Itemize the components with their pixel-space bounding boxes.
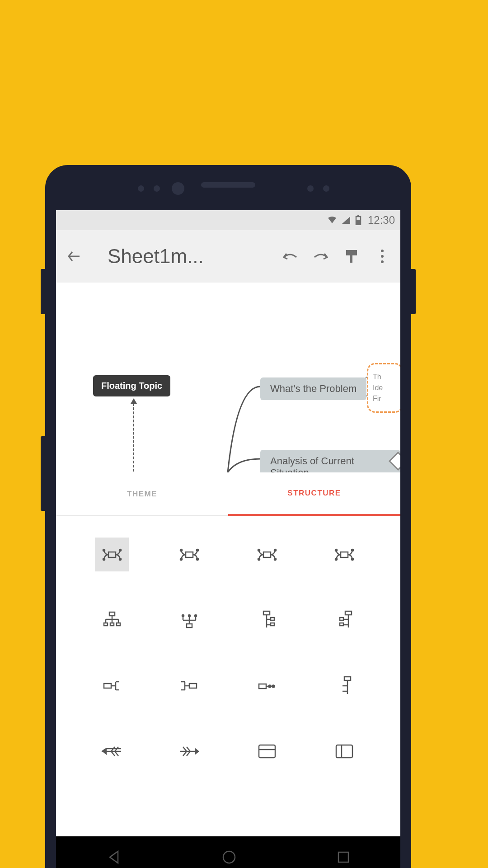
svg-rect-43	[189, 684, 197, 688]
svg-point-22	[274, 558, 276, 560]
structure-fishbone-left[interactable]	[95, 734, 129, 768]
svg-point-26	[352, 549, 353, 551]
summary-item: Th	[373, 373, 400, 381]
svg-point-7	[381, 260, 384, 263]
structure-logic-right-2[interactable]	[328, 603, 361, 637]
svg-rect-13	[186, 552, 193, 557]
svg-rect-3	[346, 250, 357, 255]
svg-point-19	[258, 549, 260, 551]
structure-org-up[interactable]	[173, 603, 206, 637]
svg-point-35	[195, 615, 197, 617]
svg-point-46	[272, 685, 274, 687]
svg-rect-40	[340, 618, 343, 620]
more-button[interactable]	[372, 246, 392, 266]
phone-frame: 12:30 Sheet1m...	[45, 165, 411, 868]
signal-icon	[342, 216, 351, 224]
mindmap-summary[interactable]: Th Ide Fir	[367, 363, 400, 413]
svg-point-21	[274, 549, 276, 551]
sensor-dot	[307, 185, 314, 192]
back-button[interactable]	[64, 246, 84, 266]
svg-rect-28	[109, 612, 115, 616]
tab-theme[interactable]: THEME	[56, 472, 228, 516]
svg-point-25	[335, 558, 337, 560]
svg-rect-37	[271, 618, 274, 620]
structure-logic-right-1[interactable]	[250, 603, 284, 637]
svg-point-27	[352, 558, 353, 560]
camera-dot	[172, 182, 184, 195]
svg-point-11	[119, 549, 121, 551]
svg-rect-8	[108, 552, 116, 557]
structure-spreadsheet[interactable]	[250, 734, 284, 768]
redo-button[interactable]	[311, 246, 331, 266]
mindmap-node[interactable]: Analysis of Current Situation	[260, 450, 400, 472]
structure-tree-right[interactable]	[250, 669, 284, 703]
structure-tree-left[interactable]	[173, 669, 206, 703]
structure-matrix[interactable]	[328, 734, 361, 768]
sensor-dot	[323, 185, 329, 192]
svg-rect-1	[356, 220, 361, 225]
status-bar: 12:30	[56, 210, 400, 230]
structure-fishbone-right[interactable]	[173, 734, 206, 768]
phone-button-right	[411, 269, 416, 314]
svg-point-15	[180, 558, 182, 560]
svg-point-20	[258, 558, 260, 560]
structure-logic-left[interactable]	[95, 669, 129, 703]
svg-point-24	[335, 549, 337, 551]
svg-point-17	[197, 558, 198, 560]
nav-back-button[interactable]	[106, 849, 122, 867]
svg-rect-51	[338, 852, 348, 862]
svg-point-10	[103, 558, 105, 560]
phone-speaker	[201, 182, 255, 188]
svg-rect-41	[340, 623, 343, 626]
svg-point-33	[182, 615, 184, 617]
floating-topic-node[interactable]: Floating Topic	[93, 375, 170, 396]
structure-logic-tree[interactable]	[328, 669, 361, 703]
svg-rect-49	[336, 745, 352, 758]
svg-point-45	[268, 685, 271, 687]
nav-home-button[interactable]	[221, 849, 237, 867]
app-bar: Sheet1m...	[56, 230, 400, 283]
svg-rect-29	[104, 623, 108, 626]
relationship-arrow	[133, 399, 134, 472]
svg-point-12	[119, 558, 121, 560]
structure-org-down[interactable]	[95, 603, 129, 637]
svg-rect-32	[187, 624, 192, 627]
svg-rect-39	[345, 611, 352, 615]
structure-map-radial[interactable]	[328, 538, 361, 571]
battery-icon	[355, 215, 361, 225]
svg-rect-44	[259, 684, 266, 689]
tab-structure[interactable]: STRUCTURE	[228, 472, 400, 516]
mindmap-node[interactable]: What's the Problem	[260, 377, 366, 400]
svg-rect-42	[104, 684, 111, 688]
structure-map-anticlockwise[interactable]	[250, 538, 284, 571]
svg-rect-23	[341, 552, 348, 557]
structure-map-clockwise[interactable]	[173, 538, 206, 571]
wifi-icon	[327, 216, 337, 224]
svg-rect-18	[263, 552, 271, 557]
summary-item: Fir	[373, 395, 400, 403]
svg-rect-31	[117, 623, 120, 626]
screen: 12:30 Sheet1m...	[56, 210, 400, 868]
page-title: Sheet1m...	[108, 245, 269, 268]
phone-button-mid	[41, 436, 45, 511]
nav-recent-button[interactable]	[337, 850, 350, 866]
summary-item: Ide	[373, 384, 400, 392]
svg-point-14	[180, 549, 182, 551]
svg-rect-38	[271, 623, 274, 626]
svg-point-16	[197, 549, 198, 551]
status-time: 12:30	[368, 214, 395, 226]
svg-rect-48	[259, 745, 275, 758]
undo-button[interactable]	[280, 246, 300, 266]
format-button[interactable]	[342, 246, 361, 266]
structure-map-balanced[interactable]	[95, 538, 129, 571]
svg-point-50	[223, 851, 235, 863]
sensor-dot	[138, 185, 144, 192]
sensor-dot	[154, 185, 160, 192]
tab-bar: THEME STRUCTURE	[56, 472, 400, 516]
android-nav-bar	[56, 836, 400, 868]
svg-rect-30	[110, 623, 114, 626]
svg-rect-47	[344, 677, 351, 680]
svg-point-5	[381, 250, 384, 252]
svg-rect-2	[357, 215, 359, 217]
mindmap-canvas[interactable]: Floating Topic What's the Problem Analys…	[56, 283, 400, 472]
